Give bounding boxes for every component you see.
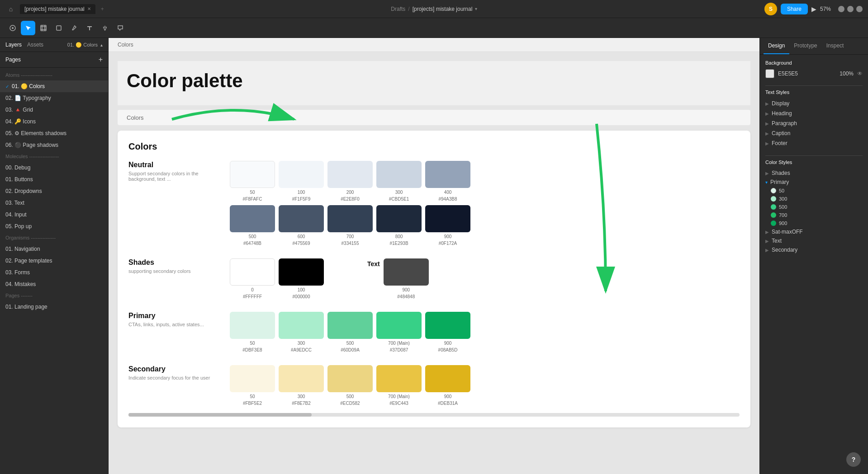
page-item-dropdowns[interactable]: 02. Dropdowns bbox=[0, 185, 108, 197]
page-item-elements-shadows[interactable]: 05. ⚙ Elements shadows bbox=[0, 127, 108, 139]
page-list: Atoms ------------------- ✓ 01. 🟡 Colors… bbox=[0, 68, 108, 474]
tool-hand[interactable] bbox=[98, 21, 112, 35]
swatch-group: 50 #DBF3E8 bbox=[230, 312, 275, 352]
tool-home[interactable] bbox=[5, 21, 20, 35]
page-item-label: 01. 🟡 Colors bbox=[12, 83, 45, 89]
page-item-page-templates[interactable]: 02. Page templates bbox=[0, 255, 108, 267]
style-caption[interactable]: ▶ Caption bbox=[765, 128, 863, 138]
neutral-row2: 500 #64748B 600 #475569 bbox=[230, 205, 470, 246]
secondary-section: Secondary Indicate secondary focus for t… bbox=[128, 365, 740, 406]
play-icon[interactable]: ▶ bbox=[811, 5, 816, 13]
color-style-text[interactable]: ▶ Text bbox=[765, 236, 863, 245]
breadcrumb-separator: / bbox=[408, 6, 409, 12]
maximize-button[interactable] bbox=[847, 6, 854, 12]
page-item-popup[interactable]: 05. Pop up bbox=[0, 221, 108, 232]
page-item-label: 03. 🔺 Grid bbox=[5, 107, 33, 113]
colors-heading: Colors bbox=[128, 141, 740, 152]
add-tab-icon[interactable]: + bbox=[101, 6, 104, 12]
primary-title: Primary bbox=[128, 312, 219, 320]
divider bbox=[765, 85, 863, 86]
style-name: Caption bbox=[772, 130, 790, 136]
page-item-navigation[interactable]: 01. Navigation bbox=[0, 243, 108, 255]
window-controls bbox=[838, 6, 863, 12]
swatch-group: 500 #60D09A bbox=[327, 312, 373, 352]
page-item-icons[interactable]: 04. 🔑 Icons bbox=[0, 116, 108, 127]
tool-frame[interactable] bbox=[36, 21, 51, 35]
color-swatch bbox=[425, 365, 470, 392]
page-item-colors[interactable]: ✓ 01. 🟡 Colors bbox=[0, 80, 108, 92]
tool-select[interactable] bbox=[21, 21, 35, 35]
style-paragraph[interactable]: ▶ Paragraph bbox=[765, 118, 863, 128]
chevron-icon: ▶ bbox=[765, 121, 769, 126]
organisms-divider: Organisms --------------- bbox=[0, 232, 108, 243]
primary-300[interactable]: 300 bbox=[771, 195, 863, 203]
page-item-debug[interactable]: 00. Debug bbox=[0, 162, 108, 174]
page-item-forms[interactable]: 03. Forms bbox=[0, 267, 108, 278]
visibility-icon[interactable]: 👁 bbox=[857, 70, 863, 77]
tool-pen[interactable] bbox=[67, 21, 81, 35]
project-tab[interactable]: [projects] mistake journal ✕ bbox=[20, 4, 95, 14]
color-swatch bbox=[279, 312, 324, 339]
page-item-mistakes[interactable]: 04. Mistakes bbox=[0, 278, 108, 290]
toolbar bbox=[0, 18, 868, 38]
panel-chevron[interactable]: ▴ bbox=[100, 42, 103, 47]
style-footer[interactable]: ▶ Footer bbox=[765, 138, 863, 148]
neutral-desc: Support secondary colors in the backgrou… bbox=[128, 171, 219, 182]
page-item-typography[interactable]: 02. 📄 Typography bbox=[0, 92, 108, 104]
background-color-preview[interactable] bbox=[765, 69, 774, 78]
tab-design[interactable]: Design bbox=[764, 38, 789, 54]
color-swatch bbox=[376, 205, 422, 232]
color-label: 50 bbox=[779, 188, 784, 193]
color-label: 900 bbox=[779, 221, 787, 226]
color-style-secondary[interactable]: ▶ Secondary bbox=[765, 245, 863, 254]
page-item-label: 01. Buttons bbox=[5, 176, 33, 183]
tab-prototype[interactable]: Prototype bbox=[789, 38, 821, 54]
home-icon[interactable]: ⌂ bbox=[5, 4, 16, 14]
tool-shape[interactable] bbox=[52, 21, 66, 35]
page-item-buttons[interactable]: 01. Buttons bbox=[0, 174, 108, 185]
help-button[interactable]: ? bbox=[846, 452, 861, 467]
page-item-grid[interactable]: 03. 🔺 Grid bbox=[0, 104, 108, 116]
close-button[interactable] bbox=[856, 6, 863, 12]
page-item-label: 06. ⚫ Page shadows bbox=[5, 142, 58, 148]
page-item-landing[interactable]: 01. Landing page bbox=[0, 301, 108, 313]
horizontal-scrollbar[interactable] bbox=[128, 413, 740, 417]
zoom-label[interactable]: 57% bbox=[820, 6, 831, 12]
minimize-button[interactable] bbox=[838, 6, 844, 12]
page-item-label: 05. ⚙ Elements shadows bbox=[5, 130, 66, 136]
tab-layers[interactable]: Layers bbox=[5, 42, 22, 48]
swatch-group: 50 #FBF5E2 bbox=[230, 365, 275, 406]
color-style-shades[interactable]: ▶ Shades bbox=[765, 169, 863, 178]
primary-900[interactable]: 900 bbox=[771, 219, 863, 227]
tab-inspect[interactable]: Inspect bbox=[822, 38, 849, 54]
style-name: Primary bbox=[770, 179, 789, 185]
breadcrumb-chevron[interactable]: ▾ bbox=[475, 6, 477, 11]
scrollbar-thumb[interactable] bbox=[128, 413, 312, 417]
color-swatch bbox=[327, 312, 373, 339]
share-button[interactable]: Share bbox=[781, 4, 808, 14]
tool-text[interactable] bbox=[82, 21, 97, 35]
page-item-page-shadows[interactable]: 06. ⚫ Page shadows bbox=[0, 139, 108, 151]
close-tab-icon[interactable]: ✕ bbox=[87, 6, 91, 11]
tab-assets[interactable]: Assets bbox=[27, 42, 43, 48]
color-swatch bbox=[230, 365, 275, 392]
page-item-text[interactable]: 03. Text bbox=[0, 197, 108, 209]
color-swatch bbox=[279, 258, 324, 286]
page-title: Color palette bbox=[127, 70, 737, 92]
add-page-button[interactable]: + bbox=[99, 56, 103, 64]
page-item-label: 04. 🔑 Icons bbox=[5, 118, 36, 125]
color-swatch bbox=[425, 312, 470, 339]
background-label: Background bbox=[765, 60, 863, 66]
style-display[interactable]: ▶ Display bbox=[765, 99, 863, 108]
primary-desc: CTAs, links, inputs, active states... bbox=[128, 322, 219, 327]
primary-50[interactable]: 50 bbox=[771, 187, 863, 195]
color-swatch bbox=[376, 365, 422, 392]
title-bar-left: ⌂ [projects] mistake journal ✕ + bbox=[5, 4, 104, 14]
tool-comment[interactable] bbox=[113, 21, 128, 35]
color-style-sat-maxoff[interactable]: ▶ Sat-maxOFF bbox=[765, 227, 863, 236]
primary-500[interactable]: 500 bbox=[771, 203, 863, 211]
primary-700[interactable]: 700 bbox=[771, 211, 863, 219]
color-style-primary[interactable]: ▾ Primary bbox=[765, 178, 863, 187]
page-item-input[interactable]: 04. Input bbox=[0, 209, 108, 221]
style-heading[interactable]: ▶ Heading bbox=[765, 108, 863, 118]
